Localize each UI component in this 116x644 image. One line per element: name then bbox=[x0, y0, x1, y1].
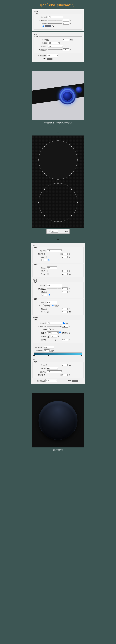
svg-rect-18 bbox=[44, 189, 45, 190]
stroke-blend-select[interactable]: 正常 bbox=[48, 45, 64, 48]
go-align-check[interactable]: 与图层对齐(I) bbox=[59, 332, 70, 334]
og-group-elements: 方法(Q): 柔和 扩展(P): % 大小(S): 像素 bbox=[32, 264, 84, 278]
svg-rect-17 bbox=[77, 202, 78, 203]
noise-slider[interactable] bbox=[48, 22, 62, 24]
stroke-opacity-input[interactable] bbox=[63, 48, 69, 51]
size-input[interactable] bbox=[63, 39, 69, 41]
og-noise-input[interactable] bbox=[62, 256, 68, 258]
st2-pos-select[interactable]: 内部 bbox=[47, 367, 58, 370]
og-noise-slider[interactable] bbox=[47, 256, 61, 258]
og-blend-select[interactable]: 正常 bbox=[47, 250, 62, 252]
go-scale-slider[interactable] bbox=[47, 339, 61, 341]
og-grad-radio[interactable] bbox=[48, 259, 50, 261]
grad-type-select[interactable]: 实底 bbox=[44, 346, 54, 349]
svg-rect-10 bbox=[44, 146, 45, 147]
fill-type-select[interactable]: 颜色 bbox=[47, 54, 58, 57]
go-gradient-swatch[interactable] bbox=[47, 328, 47, 330]
og-spread-slider[interactable] bbox=[47, 270, 61, 272]
angle-dial[interactable] bbox=[47, 335, 50, 338]
preview-path-circles bbox=[32, 136, 84, 228]
glow-color-swatch[interactable] bbox=[45, 25, 51, 28]
preview-glow-ring bbox=[32, 71, 84, 120]
og-grad-swatch[interactable] bbox=[51, 259, 51, 261]
go-style-select[interactable]: 对称的 bbox=[47, 332, 58, 334]
noise-input[interactable] bbox=[63, 22, 69, 24]
grad-smooth-input[interactable] bbox=[44, 350, 50, 352]
svg-rect-15 bbox=[58, 221, 58, 222]
st2-opacity-slider[interactable] bbox=[47, 374, 61, 376]
og-color-swatch[interactable] bbox=[44, 259, 48, 261]
opacity-input[interactable] bbox=[63, 19, 69, 22]
go-opacity-input[interactable] bbox=[62, 325, 68, 328]
hdr-gradient-overlay: 渐变叠加 bbox=[33, 317, 38, 319]
go-group-gradient: 混合模式: 正常 仿色 不透明度(O): % 渐变 反向(R) 样式(L): bbox=[32, 320, 84, 343]
panel-outer-glow-1: 外发光 混合模式: 正常 不透明度(O): % 杂色(N): % bbox=[32, 9, 84, 31]
unit-px: 像素 bbox=[70, 39, 73, 41]
ig-method-select[interactable]: 柔和 bbox=[47, 301, 57, 304]
stroke-opacity-label: 不透明度(O): bbox=[35, 49, 47, 50]
glow-gradient-radio[interactable] bbox=[52, 26, 53, 27]
arrow-down-icon: ↓ bbox=[56, 384, 60, 393]
toolbar-path-select[interactable]: 路径 bbox=[51, 230, 58, 232]
ig-noise-slider[interactable] bbox=[47, 291, 61, 293]
path-mode-icon[interactable]: ▭ bbox=[47, 230, 50, 233]
ig-group-elements: 方法(Q): 柔和 源: 居中(E) 边缘(G) 阻塞(C): % 大小(S):… bbox=[32, 299, 84, 315]
page-title: Ipod主机箱（前机体部分） bbox=[0, 0, 116, 9]
svg-rect-19 bbox=[71, 189, 72, 190]
st2-color-swatch[interactable] bbox=[72, 380, 78, 382]
blend-mode-select[interactable]: 正常 bbox=[48, 16, 64, 18]
go-reverse-check[interactable]: 反向(R) bbox=[48, 328, 55, 331]
stroke-opacity-slider[interactable] bbox=[48, 48, 62, 50]
ig-blend-select[interactable]: 正常 bbox=[47, 284, 62, 287]
st2-blend-select[interactable]: 正常 bbox=[47, 370, 62, 373]
og-color-radio[interactable] bbox=[41, 259, 43, 261]
og-opacity-slider[interactable] bbox=[47, 253, 61, 255]
go-dither-check[interactable]: 仿色 bbox=[63, 322, 68, 324]
glow-gradient-swatch[interactable] bbox=[54, 26, 54, 27]
go-scale-input[interactable] bbox=[62, 338, 68, 341]
og-size-input[interactable] bbox=[62, 273, 68, 275]
stroke-blend-label: 混合模式: bbox=[35, 46, 47, 48]
source-edge-option[interactable]: 边缘(G) bbox=[52, 304, 59, 307]
gradient-bar[interactable] bbox=[34, 352, 82, 355]
ig-color-swatch[interactable] bbox=[44, 294, 48, 296]
source-label: 源: bbox=[39, 305, 40, 307]
ig-opacity-slider[interactable] bbox=[47, 288, 61, 290]
svg-rect-8 bbox=[38, 160, 39, 160]
og-opacity-input[interactable] bbox=[62, 253, 68, 255]
opacity-slider[interactable] bbox=[48, 19, 62, 22]
st2-size-slider[interactable] bbox=[47, 364, 61, 366]
caption-glow-ring: 绘制光圈效果，小光斑可用画笔完成 bbox=[44, 120, 72, 126]
og-size-slider[interactable] bbox=[47, 273, 61, 275]
ig-choke-slider[interactable] bbox=[47, 308, 61, 310]
stroke-color-swatch[interactable] bbox=[47, 58, 52, 60]
svg-rect-13 bbox=[71, 173, 72, 174]
st2-opacity-input[interactable] bbox=[62, 374, 68, 376]
hdr-outer-glow: 外发光 bbox=[32, 244, 37, 246]
ig-grad-swatch[interactable] bbox=[51, 294, 51, 296]
ig-opacity-input[interactable] bbox=[62, 288, 68, 290]
section-head-stroke: 描边 bbox=[34, 33, 82, 36]
size-label: 大小(S): bbox=[35, 39, 47, 41]
position-select[interactable]: 外部 bbox=[48, 42, 60, 44]
ig-size-input[interactable] bbox=[62, 311, 68, 313]
ig-noise-input[interactable] bbox=[62, 290, 68, 293]
og-method-select[interactable]: 柔和 bbox=[47, 266, 57, 269]
go-opacity-slider[interactable] bbox=[47, 325, 61, 328]
ig-grad-radio[interactable] bbox=[48, 294, 50, 296]
source-center-option[interactable]: 居中(E) bbox=[43, 304, 50, 307]
toolbar-combine-button[interactable]: 组合 bbox=[64, 230, 69, 233]
group-structure: 混合模式: 正常 不透明度(O): % 杂色(N): % bbox=[34, 14, 82, 30]
st2-fill-select[interactable]: 颜色 bbox=[46, 379, 57, 382]
og-spread-input[interactable] bbox=[62, 270, 68, 272]
go-blend-select[interactable]: 正常 bbox=[47, 322, 62, 324]
glow-color-radio[interactable] bbox=[42, 26, 44, 27]
ig-size-slider[interactable] bbox=[47, 311, 61, 313]
svg-rect-20 bbox=[44, 215, 45, 216]
ig-color-radio[interactable] bbox=[41, 294, 43, 296]
size-slider[interactable] bbox=[48, 39, 62, 41]
st2-size-input[interactable] bbox=[62, 364, 68, 366]
svg-rect-7 bbox=[58, 179, 58, 180]
ig-choke-input[interactable] bbox=[62, 308, 68, 310]
go-angle-input[interactable] bbox=[51, 335, 57, 338]
